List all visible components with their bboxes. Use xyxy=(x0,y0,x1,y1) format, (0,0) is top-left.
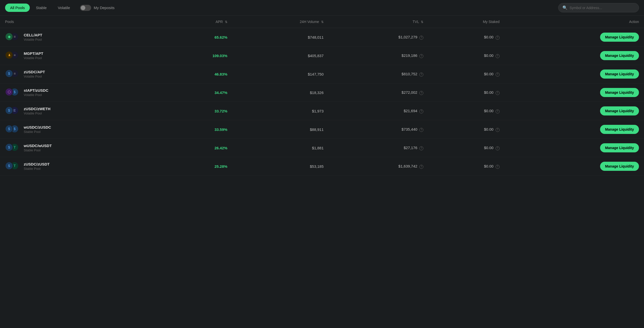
pool-type: Volatile Pool xyxy=(24,93,48,97)
search-bar: 🔍 xyxy=(558,3,639,12)
pool-type: Stable Pool xyxy=(24,167,50,171)
pool-type: Stable Pool xyxy=(24,148,52,152)
staked-value: $0.00 ? xyxy=(428,157,505,176)
pool-name: CELL/APT xyxy=(24,33,42,37)
pool-info: stAPT/zUSDC Volatile Pool xyxy=(24,88,48,97)
tab-all-pools[interactable]: All Pools xyxy=(5,4,30,12)
tab-stable[interactable]: Stable xyxy=(31,4,52,12)
tvl-info-icon[interactable]: ? xyxy=(419,165,423,169)
tvl-info-icon[interactable]: ? xyxy=(419,128,423,132)
tvl-info-icon[interactable]: ? xyxy=(419,54,423,58)
volume-value: $53,185 xyxy=(233,157,329,176)
tvl-info-icon[interactable]: ? xyxy=(419,91,423,95)
pool-info: wUSDC/wUSDT Stable Pool xyxy=(24,144,52,152)
tvl-info-icon[interactable]: ? xyxy=(419,109,423,113)
pools-table: Pools APR ⇅ 24H Volume ⇅ TVL ⇅ My Staked… xyxy=(0,16,644,176)
pool-name: zUSDC/zUSDT xyxy=(24,162,50,166)
tvl-info-icon[interactable]: ? xyxy=(419,73,423,77)
manage-liquidity-button[interactable]: Manage Liquidity xyxy=(600,88,639,97)
table-header: Pools APR ⇅ 24H Volume ⇅ TVL ⇅ My Staked… xyxy=(0,16,644,28)
tvl-value: $219,186 ? xyxy=(329,46,429,65)
staked-value: $0.00 ? xyxy=(428,120,505,139)
volume-value: $88,911 xyxy=(233,120,329,139)
apr-value: 33.59% xyxy=(161,120,233,139)
pool-name: zUSDC/APT xyxy=(24,70,45,74)
staked-value: $0.00 ? xyxy=(428,28,505,46)
pool-info: wUSDC/zUSDC Stable Pool xyxy=(24,125,51,134)
volume-value: $1,973 xyxy=(233,102,329,120)
col-tvl[interactable]: TVL ⇅ xyxy=(329,16,429,28)
apr-value: 65.62% xyxy=(161,28,233,46)
apr-sort-icon: ⇅ xyxy=(225,20,227,24)
pool-type: Volatile Pool xyxy=(24,111,50,115)
tvl-value: $735,440 ? xyxy=(329,120,429,139)
manage-liquidity-button[interactable]: Manage Liquidity xyxy=(600,143,639,152)
pool-icon-primary: $ xyxy=(5,106,13,114)
manage-liquidity-button[interactable]: Manage Liquidity xyxy=(600,106,639,115)
search-input[interactable] xyxy=(570,6,635,10)
tvl-info-icon[interactable]: ? xyxy=(419,36,423,40)
tvl-info-icon[interactable]: ? xyxy=(419,146,423,150)
my-deposits-label: My Deposits xyxy=(94,6,115,10)
table-row: $ T zUSDC/zUSDT Stable Pool 25.28% $53,1… xyxy=(0,157,644,176)
pool-type: Volatile Pool xyxy=(24,75,45,78)
volume-value: $405,837 xyxy=(233,46,329,65)
staked-info-icon[interactable]: ? xyxy=(496,128,500,132)
apr-value: 25.28% xyxy=(161,157,233,176)
staked-info-icon[interactable]: ? xyxy=(496,109,500,113)
manage-liquidity-button[interactable]: Manage Liquidity xyxy=(600,33,639,42)
tvl-value: $810,752 ? xyxy=(329,65,429,83)
pool-icon-primary: $ xyxy=(5,69,13,78)
pool-cell-zusdc-apt: $ ≡ zUSDC/APT Volatile Pool xyxy=(0,65,161,83)
tab-volatile[interactable]: Volatile xyxy=(53,4,75,12)
pool-info: MGPT/APT Volatile Pool xyxy=(24,51,43,60)
pool-icons-zusdc-zweth: $ E xyxy=(5,106,20,115)
staked-info-icon[interactable]: ? xyxy=(496,146,500,150)
action-cell: Manage Liquidity xyxy=(505,65,644,83)
volume-sort-icon: ⇅ xyxy=(321,20,324,24)
col-apr[interactable]: APR ⇅ xyxy=(161,16,233,28)
manage-liquidity-button[interactable]: Manage Liquidity xyxy=(600,69,639,79)
col-volume[interactable]: 24H Volume ⇅ xyxy=(233,16,329,28)
staked-info-icon[interactable]: ? xyxy=(496,73,500,77)
pool-type: Volatile Pool xyxy=(24,56,43,60)
pool-icon-primary: ◈ xyxy=(5,33,13,41)
filter-tabs: All Pools Stable Volatile My Deposits xyxy=(5,4,115,12)
pool-info: zUSDC/APT Volatile Pool xyxy=(24,70,45,78)
tvl-value: $21,694 ? xyxy=(329,102,429,120)
volume-value: $147,750 xyxy=(233,65,329,83)
staked-info-icon[interactable]: ? xyxy=(496,91,500,95)
pool-info: zUSDC/zWETH Volatile Pool xyxy=(24,107,50,115)
pool-cell-zusdc-zusdt: $ T zUSDC/zUSDT Stable Pool xyxy=(0,157,161,176)
table-body: ◈ ≡ CELL/APT Volatile Pool 65.62% $748,0… xyxy=(0,28,644,176)
col-action: Action xyxy=(505,16,644,28)
pool-icons-stapt-zusdc: ⬡ $ xyxy=(5,88,20,97)
volume-value: $18,326 xyxy=(233,83,329,102)
action-cell: Manage Liquidity xyxy=(505,120,644,139)
pool-cell-stapt-zusdc: ⬡ $ stAPT/zUSDC Volatile Pool xyxy=(0,83,161,102)
staked-info-icon[interactable]: ? xyxy=(496,54,500,58)
pool-name: zUSDC/zWETH xyxy=(24,107,50,111)
staked-value: $0.00 ? xyxy=(428,65,505,83)
pool-type: Volatile Pool xyxy=(24,38,42,41)
search-icon: 🔍 xyxy=(562,5,568,10)
table-row: ⩮ ≡ MGPT/APT Volatile Pool 109.03% $405,… xyxy=(0,46,644,65)
pool-icons-wusdc-wusdt: $ T xyxy=(5,143,20,152)
pool-cell-wusdc-zusdc: $ $ wUSDC/zUSDC Stable Pool xyxy=(0,120,161,139)
tvl-value: $1,027,279 ? xyxy=(329,28,429,46)
manage-liquidity-button[interactable]: Manage Liquidity xyxy=(600,162,639,171)
staked-info-icon[interactable]: ? xyxy=(496,165,500,169)
pool-cell-zusdc-zweth: $ E zUSDC/zWETH Volatile Pool xyxy=(0,102,161,120)
my-deposits-toggle[interactable] xyxy=(80,5,91,11)
staked-info-icon[interactable]: ? xyxy=(496,36,500,40)
tvl-value: $27,176 ? xyxy=(329,139,429,157)
pool-name: wUSDC/zUSDC xyxy=(24,125,51,129)
manage-liquidity-button[interactable]: Manage Liquidity xyxy=(600,125,639,134)
table-row: $ $ wUSDC/zUSDC Stable Pool 33.59% $88,9… xyxy=(0,120,644,139)
action-cell: Manage Liquidity xyxy=(505,102,644,120)
pool-icon-primary: ⩮ xyxy=(5,51,13,59)
pool-icons-cell-apt: ◈ ≡ xyxy=(5,33,20,42)
tvl-sort-icon: ⇅ xyxy=(421,20,423,24)
action-cell: Manage Liquidity xyxy=(505,139,644,157)
manage-liquidity-button[interactable]: Manage Liquidity xyxy=(600,51,639,60)
